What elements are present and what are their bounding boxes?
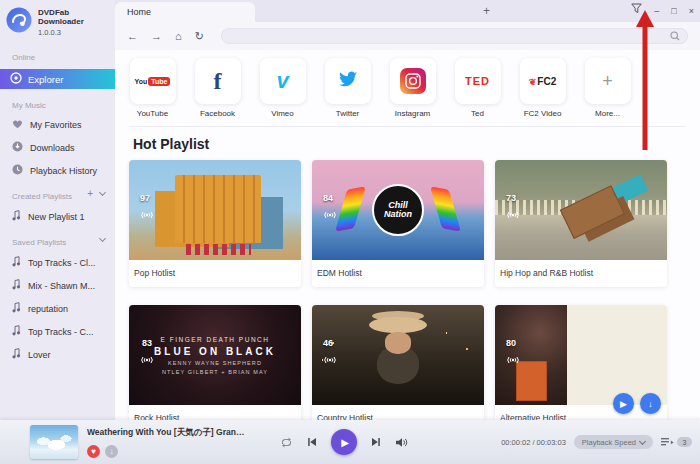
volume-icon[interactable] <box>395 437 408 448</box>
explorer-label: Explorer <box>28 74 63 85</box>
sidebar-item-saved-playlist[interactable]: reputation <box>0 297 115 320</box>
playlist-card-edm[interactable]: 84 Chill Nation EDM Hotlist <box>312 160 484 287</box>
sidebar-item-playback-history[interactable]: Playback History <box>0 159 115 182</box>
back-button[interactable]: ← <box>127 31 138 42</box>
facebook-icon: f <box>214 68 222 95</box>
now-playing-info: Weathering With You [天気の子] Grand Escape … <box>87 427 245 458</box>
home-button[interactable]: ⌂ <box>175 31 182 42</box>
download-track-button[interactable]: ↓ <box>105 445 118 458</box>
queue-count-badge: 3 <box>677 437 692 447</box>
playlist-card-hiphop[interactable]: 73 Hip Hop and R&B Hotlist <box>495 160 667 287</box>
site-tile-instagram[interactable]: Instagram <box>389 58 436 118</box>
playlist-card-country[interactable]: 46 Country Hotlist <box>312 305 484 420</box>
playlist-card-pop[interactable]: 97 Pop Hotlist <box>129 160 301 287</box>
app-name: DVDFab Downloader <box>38 8 111 26</box>
site-tile-youtube[interactable]: YouTube YouTube <box>129 58 176 118</box>
play-queue-button[interactable]: 3 <box>661 437 692 447</box>
site-tile-facebook[interactable]: f Facebook <box>194 58 241 118</box>
search-input[interactable] <box>221 28 688 44</box>
sidebar-item-label: My Favorites <box>30 120 82 130</box>
chevron-down-icon <box>639 438 646 445</box>
refresh-button[interactable]: ↻ <box>195 31 204 42</box>
add-playlist-button[interactable]: + <box>87 188 93 199</box>
playlist-note-icon <box>12 302 21 315</box>
funnel-icon[interactable] <box>631 3 642 18</box>
site-tile-twitter[interactable]: Twitter <box>324 58 371 118</box>
playlist-card-alternative[interactable]: 80 ▶ ↓ Alternative Hotlist <box>495 305 667 420</box>
created-playlists-section-label: Created Playlists <box>0 182 87 205</box>
sidebar-item-label: Playback History <box>30 166 97 176</box>
site-label: FC2 Video <box>524 109 562 118</box>
sidebar-item-my-favorites[interactable]: My Favorites <box>0 114 115 136</box>
playlist-note-icon <box>12 210 21 223</box>
tab-home[interactable]: Home <box>115 2 255 22</box>
chevron-down-icon[interactable] <box>99 189 106 196</box>
playlist-stats: 84 <box>323 193 337 223</box>
site-label: Instagram <box>395 109 431 118</box>
sidebar-item-explorer[interactable]: Explorer <box>0 69 115 89</box>
instagram-icon <box>400 68 426 94</box>
sidebar-item-new-playlist-1[interactable]: New Playlist 1 <box>0 205 115 228</box>
saved-playlists-section-label: Saved Playlists <box>0 228 100 251</box>
playlist-card-rock[interactable]: 83 E FINGER DEATH PUNCH BLUE ON BLACK KE… <box>129 305 301 420</box>
app-version: 1.0.0.3 <box>38 28 111 37</box>
heart-icon <box>12 119 23 131</box>
sidebar-item-saved-playlist[interactable]: Top Tracks - Cl... <box>0 251 115 274</box>
site-tile-more[interactable]: + More... <box>584 58 631 118</box>
playlist-thumbnail: 46 <box>312 305 484 405</box>
site-tile-ted[interactable]: TED Ted <box>454 58 501 118</box>
forward-button[interactable]: → <box>151 31 162 42</box>
previous-track-button[interactable] <box>307 437 317 447</box>
minimize-button[interactable]: – <box>654 4 659 18</box>
sidebar-item-label: reputation <box>28 304 68 314</box>
close-button[interactable]: × <box>689 4 694 18</box>
youtube-icon: YouTube <box>135 77 171 86</box>
playback-speed-label: Playback Speed <box>582 438 636 447</box>
site-tile-fc2[interactable]: ❦FC2 FC2 Video <box>519 58 566 118</box>
sidebar-item-downloads[interactable]: Downloads <box>0 136 115 159</box>
broadcast-icon <box>140 350 154 368</box>
sidebar-item-saved-playlist[interactable]: Lover <box>0 343 115 366</box>
sidebar-item-label: Top Tracks - Cl... <box>28 258 96 268</box>
download-circle-icon <box>12 141 23 154</box>
playlist-thumbnail: 97 <box>129 160 301 260</box>
track-count: 84 <box>323 193 337 203</box>
app-window: DVDFab Downloader 1.0.0.3 Online Explore… <box>0 0 700 464</box>
playlist-stats: 80 <box>506 338 520 368</box>
maximize-button[interactable]: □ <box>671 4 676 18</box>
playback-speed-dropdown[interactable]: Playback Speed <box>574 435 653 449</box>
next-track-button[interactable] <box>371 437 381 447</box>
fc2-icon: ❦FC2 <box>529 76 556 87</box>
sidebar-item-label: Lover <box>28 350 51 360</box>
playlist-note-icon <box>12 279 21 292</box>
track-count: 46 <box>323 338 337 348</box>
my-music-section-label: My Music <box>0 91 115 114</box>
now-playing-album-art <box>30 425 78 459</box>
thumbnail-text: KENNY WAYNE SHEPHERD <box>168 360 262 366</box>
site-shortcuts-row: YouTube YouTube f Facebook v Vimeo <box>129 58 686 118</box>
chill-nation-logo: Chill Nation <box>372 184 424 236</box>
site-label: More... <box>595 109 620 118</box>
play-playlist-button[interactable]: ▶ <box>613 393 634 414</box>
playlist-card-grid: 97 Pop Hotlist 84 Chill Nation <box>129 160 686 420</box>
ted-icon: TED <box>465 75 490 87</box>
download-playlist-button[interactable]: ↓ <box>640 393 661 414</box>
tab-strip: Home + – □ × <box>115 0 700 22</box>
site-tile-vimeo[interactable]: v Vimeo <box>259 58 306 118</box>
playlist-stats: 46 <box>323 338 337 368</box>
site-label: Ted <box>471 109 484 118</box>
app-logo-row: DVDFab Downloader 1.0.0.3 <box>0 0 115 43</box>
play-button[interactable]: ▶ <box>331 429 357 455</box>
hot-playlist-title: Hot Playlist <box>133 136 686 152</box>
new-tab-button[interactable]: + <box>483 4 490 18</box>
playlist-thumbnail: 80 <box>495 305 667 405</box>
sidebar-item-saved-playlist[interactable]: Mix - Shawn M... <box>0 274 115 297</box>
search-icon[interactable] <box>670 31 680 41</box>
favorite-button[interactable]: ♥ <box>87 445 100 458</box>
card-hover-actions: ▶ ↓ <box>613 393 661 414</box>
sidebar-item-saved-playlist[interactable]: Top Tracks - C... <box>0 320 115 343</box>
player-right-controls: 00:00:02 / 00:03:03 Playback Speed 3 <box>501 420 692 464</box>
repeat-icon[interactable] <box>280 437 293 448</box>
chevron-down-icon[interactable] <box>99 235 106 242</box>
twitter-bird-icon <box>337 68 359 94</box>
